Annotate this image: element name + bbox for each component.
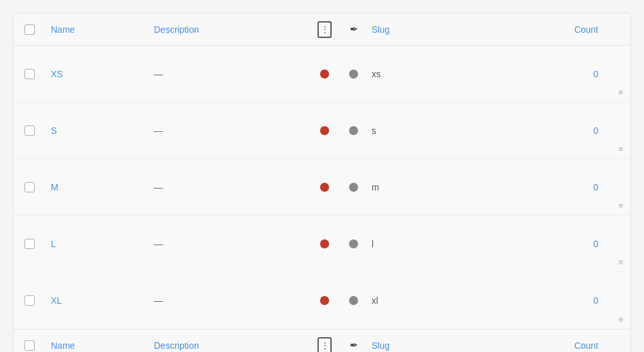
row-gray-dot-m <box>349 183 358 192</box>
row-gray-dot-cell-xs <box>341 69 366 79</box>
footer-description-cell: Description <box>149 340 308 351</box>
row-name-m: M <box>51 182 59 192</box>
footer-slug-cell: Slug <box>366 340 444 351</box>
drag-icon-s[interactable]: ≡ <box>618 145 623 153</box>
row-checkbox-l[interactable] <box>24 239 35 249</box>
data-table: Name Description ⋮ ✒ Slug Count XS <box>13 13 631 352</box>
footer-pen-icon: ✒ <box>350 339 358 351</box>
table-row: M — m 0 ≡ <box>14 159 630 216</box>
row-count-cell-xs: 0 <box>444 68 611 80</box>
row-name-xl: XL <box>51 295 62 306</box>
row-description-xs: — <box>154 69 163 79</box>
row-checkbox-s[interactable] <box>24 125 35 136</box>
row-name-l: L <box>51 239 56 249</box>
row-description-s: — <box>154 125 163 136</box>
row-name-cell-l: L <box>46 238 149 250</box>
header-description-cell: Description <box>149 24 308 35</box>
select-all-checkbox[interactable] <box>24 24 35 35</box>
row-gray-dot-cell-xl <box>341 296 366 305</box>
footer-slug-label: Slug <box>372 340 390 351</box>
row-slug-s: s <box>372 125 376 136</box>
row-drag-handle-s[interactable]: ≡ <box>611 102 630 158</box>
row-slug-cell-m: m <box>366 181 444 193</box>
header-checkbox-cell[interactable] <box>14 24 46 35</box>
header-name-label: Name <box>51 24 75 35</box>
row-name-s: S <box>51 125 57 136</box>
row-name-xs: XS <box>51 69 63 79</box>
row-count-cell-m: 0 <box>444 181 611 193</box>
card-icon: ⋮ <box>317 21 332 38</box>
table-header-row: Name Description ⋮ ✒ Slug Count <box>14 14 630 46</box>
row-slug-l: l <box>372 239 374 249</box>
row-description-cell-s: — <box>149 125 308 136</box>
row-slug-cell-l: l <box>366 238 444 250</box>
footer-name-label: Name <box>51 340 75 351</box>
header-name-cell: Name <box>46 24 149 35</box>
row-checkbox-xl[interactable] <box>24 295 35 306</box>
row-description-xl: — <box>154 295 163 306</box>
row-count-cell-s: 0 <box>444 125 611 136</box>
header-count-label: Count <box>574 24 598 35</box>
row-checkbox-cell[interactable] <box>14 295 46 306</box>
row-gray-dot-cell-s <box>341 126 366 135</box>
row-description-cell-l: — <box>149 238 308 250</box>
row-gray-dot-l <box>349 239 358 248</box>
drag-icon-m[interactable]: ≡ <box>618 201 623 210</box>
drag-icon-l[interactable]: ≡ <box>618 258 623 266</box>
row-description-cell-m: — <box>149 181 308 193</box>
footer-icon2-cell: ✒ <box>341 339 366 351</box>
table-footer-row: Name Description ⋮ ✒ Slug Count <box>14 329 630 352</box>
row-drag-handle-xl[interactable]: ≡ <box>611 272 630 329</box>
row-drag-handle-m[interactable]: ≡ <box>611 159 630 215</box>
header-count-cell: Count <box>444 24 630 35</box>
row-slug-cell-xl: xl <box>366 295 444 306</box>
drag-icon-xs[interactable]: ≡ <box>618 88 623 97</box>
table-row: XS — xs 0 ≡ <box>14 46 630 102</box>
row-red-dot-cell-xl <box>308 296 341 305</box>
row-checkbox-xs[interactable] <box>24 69 35 79</box>
pen-icon: ✒ <box>350 23 358 35</box>
row-red-dot-cell-m <box>308 183 341 192</box>
row-count-s: 0 <box>593 125 598 136</box>
row-gray-dot-s <box>349 126 358 135</box>
row-red-dot-cell-s <box>308 126 341 135</box>
row-name-cell-xl: XL <box>46 295 149 306</box>
row-count-m: 0 <box>593 182 598 192</box>
header-icon1-cell: ⋮ <box>308 21 341 38</box>
row-red-dot-cell-l <box>308 239 341 248</box>
row-checkbox-cell[interactable] <box>14 182 46 192</box>
row-gray-dot-cell-m <box>341 183 366 192</box>
row-slug-cell-s: s <box>366 125 444 136</box>
footer-card-icon: ⋮ <box>317 337 332 353</box>
footer-count-label: Count <box>574 340 598 351</box>
row-red-dot-m <box>320 183 329 192</box>
drag-icon-xl[interactable]: ≡ <box>618 315 623 324</box>
row-description-cell-xl: — <box>149 295 308 306</box>
row-count-l: 0 <box>593 239 598 249</box>
row-red-dot-xl <box>320 296 329 305</box>
row-checkbox-m[interactable] <box>24 182 35 192</box>
header-slug-label: Slug <box>372 24 390 35</box>
row-slug-xs: xs <box>372 69 381 79</box>
footer-count-cell: Count <box>444 340 630 351</box>
row-name-cell-s: S <box>46 125 149 136</box>
footer-checkbox-cell[interactable] <box>14 340 46 351</box>
footer-description-label: Description <box>154 340 199 351</box>
row-description-m: — <box>154 182 163 192</box>
row-slug-xl: xl <box>372 295 378 306</box>
footer-name-cell: Name <box>46 340 149 351</box>
row-red-dot-l <box>320 239 329 248</box>
footer-select-all-checkbox[interactable] <box>24 340 35 351</box>
row-drag-handle-xs[interactable]: ≡ <box>611 46 630 102</box>
row-name-cell-m: M <box>46 181 149 193</box>
row-checkbox-cell[interactable] <box>14 125 46 136</box>
row-gray-dot-xs <box>349 69 358 79</box>
row-slug-cell-xs: xs <box>366 68 444 80</box>
table-body: XS — xs 0 ≡ S <box>14 46 630 329</box>
row-name-cell-xs: XS <box>46 68 149 80</box>
row-drag-handle-l[interactable]: ≡ <box>611 216 630 272</box>
footer-icon1-cell: ⋮ <box>308 337 341 353</box>
row-checkbox-cell[interactable] <box>14 239 46 249</box>
header-slug-cell: Slug <box>366 24 444 35</box>
row-checkbox-cell[interactable] <box>14 69 46 79</box>
